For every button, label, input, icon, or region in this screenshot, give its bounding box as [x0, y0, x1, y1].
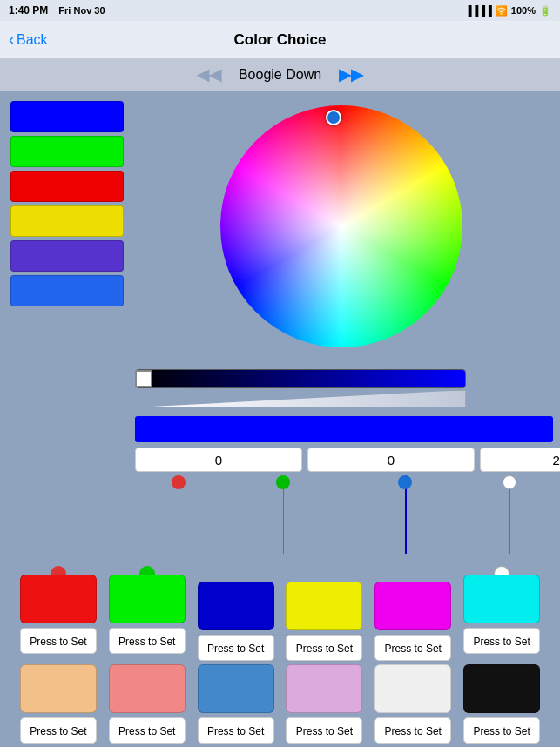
- grid-swatch-magenta[interactable]: [374, 582, 451, 630]
- blue-input[interactable]: [480, 448, 560, 472]
- color-cell-blue: Press to Set: [193, 575, 279, 661]
- grid-swatch-yellow[interactable]: [286, 582, 362, 630]
- back-chevron-icon: ‹: [9, 30, 14, 49]
- swatch-purple[interactable]: [10, 240, 124, 272]
- wifi-icon: 🛜: [496, 5, 508, 17]
- press-set-white[interactable]: Press to Set: [374, 717, 451, 744]
- brightness-track: [135, 369, 466, 388]
- sub-nav-title: Boogie Down: [239, 67, 321, 83]
- signal-icon: ▐▐▐▐: [465, 5, 492, 16]
- rgba-inputs: [135, 448, 553, 472]
- color-grid-row2: Press to Set Press to Set Press to Set P…: [7, 664, 553, 744]
- press-set-lavender[interactable]: Press to Set: [286, 717, 362, 744]
- color-cell-peach: Press to Set: [16, 664, 101, 744]
- press-set-blue[interactable]: Press to Set: [198, 635, 274, 661]
- press-set-yellow[interactable]: Press to Set: [286, 635, 362, 661]
- green-input[interactable]: [307, 448, 475, 472]
- battery-icon: 🔋: [539, 5, 551, 17]
- swatches-panel: [10, 101, 124, 348]
- swatch-yellow[interactable]: [10, 205, 124, 237]
- color-cell-steelblue: Press to Set: [193, 664, 279, 744]
- nav-bar: ‹ Back Color Choice: [0, 21, 560, 59]
- color-cell-black: Press to Set: [459, 664, 544, 744]
- grid-swatch-steelblue[interactable]: [198, 664, 274, 713]
- grid-swatch-white[interactable]: [374, 664, 451, 713]
- brightness-handle[interactable]: [135, 370, 152, 387]
- nav-title: Color Choice: [234, 31, 327, 49]
- color-grid: Press to Set Press to Set Press to Set P…: [7, 575, 553, 661]
- status-time-area: 1:40 PM Fri Nov 30: [9, 4, 105, 17]
- grid-swatch-green[interactable]: [109, 575, 186, 623]
- next-arrow[interactable]: ▶▶: [339, 65, 363, 84]
- dot-b[interactable]: [398, 475, 412, 489]
- grid-swatch-blue[interactable]: [198, 582, 274, 630]
- color-grid-section: Press to Set Press to Set Press to Set P…: [7, 575, 553, 744]
- press-set-peach[interactable]: Press to Set: [20, 717, 97, 744]
- controls-section: [135, 357, 553, 554]
- wheel-picker-dot[interactable]: [326, 110, 341, 125]
- grid-swatch-red[interactable]: [20, 575, 97, 623]
- color-cell-lavender: Press to Set: [282, 664, 368, 744]
- triangle-track: [135, 390, 466, 407]
- color-cell-cyan: Press to Set: [459, 575, 544, 661]
- color-cell-white: Press to Set: [370, 664, 455, 744]
- grid-swatch-lavender[interactable]: [286, 664, 362, 713]
- grid-swatch-black[interactable]: [463, 664, 540, 713]
- press-set-green[interactable]: Press to Set: [109, 628, 186, 654]
- back-label: Back: [17, 32, 48, 48]
- press-set-pink[interactable]: Press to Set: [109, 717, 186, 744]
- press-set-steelblue[interactable]: Press to Set: [198, 717, 274, 744]
- brightness-slider[interactable]: [135, 369, 466, 388]
- press-set-magenta[interactable]: Press to Set: [374, 635, 451, 661]
- press-set-black[interactable]: Press to Set: [463, 717, 540, 744]
- grid-swatch-peach[interactable]: [20, 664, 97, 713]
- status-bar: 1:40 PM Fri Nov 30 ▐▐▐▐ 🛜 100% 🔋: [0, 0, 560, 21]
- dot-g[interactable]: [276, 475, 290, 489]
- color-wheel-container[interactable]: [219, 104, 463, 348]
- swatch-green[interactable]: [10, 136, 124, 167]
- prev-arrow[interactable]: ◀◀: [197, 65, 221, 84]
- color-cell-yellow: Press to Set: [282, 575, 368, 661]
- battery-label: 100%: [511, 5, 536, 16]
- swatch-royalblue[interactable]: [10, 275, 124, 306]
- dot-r[interactable]: [172, 475, 186, 489]
- color-cell-magenta: Press to Set: [370, 575, 455, 661]
- status-time: 1:40 PM: [9, 4, 48, 17]
- color-cell-red: Press to Set: [16, 575, 101, 661]
- dot-a[interactable]: [503, 475, 516, 489]
- color-cell-green: Press to Set: [105, 575, 190, 661]
- press-set-red[interactable]: Press to Set: [20, 628, 97, 654]
- press-set-cyan[interactable]: Press to Set: [463, 628, 540, 654]
- wheel-area: [132, 98, 550, 348]
- main-content: [0, 91, 560, 355]
- swatch-red[interactable]: [10, 171, 124, 202]
- sub-nav: ◀◀ Boogie Down ▶▶: [0, 59, 560, 91]
- grid-swatch-cyan[interactable]: [463, 575, 540, 623]
- knobs-area: [135, 475, 553, 554]
- color-cell-pink: Press to Set: [105, 664, 190, 744]
- color-preview-bar: [135, 416, 553, 442]
- status-icons: ▐▐▐▐ 🛜 100% 🔋: [465, 5, 551, 17]
- red-input[interactable]: [135, 448, 302, 472]
- color-wheel-svg[interactable]: [219, 104, 463, 348]
- grid-swatch-pink[interactable]: [109, 664, 186, 713]
- swatch-blue[interactable]: [10, 101, 124, 132]
- status-day: Fri Nov 30: [58, 5, 105, 16]
- triangle-slider-container[interactable]: [135, 390, 466, 411]
- back-button[interactable]: ‹ Back: [9, 30, 48, 49]
